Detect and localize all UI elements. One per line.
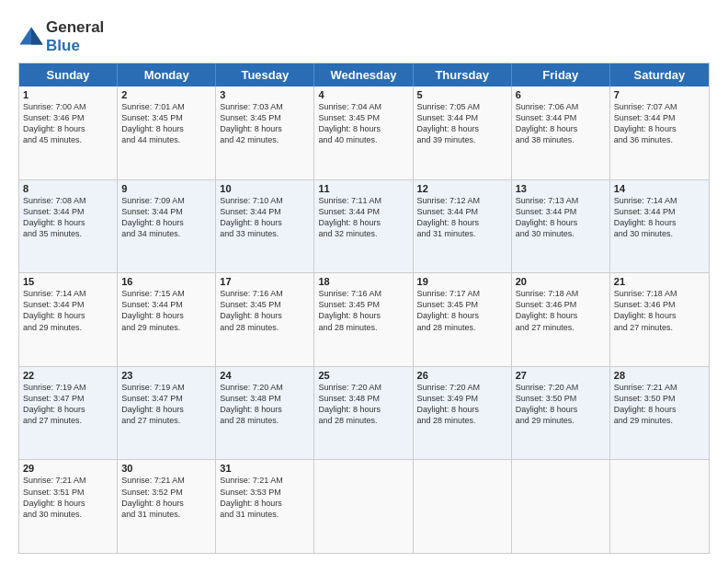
calendar-day-1: 1Sunrise: 7:00 AMSunset: 3:46 PMDaylight… — [19, 86, 118, 179]
day-number: 19 — [417, 276, 507, 287]
day-header-friday: Friday — [512, 63, 610, 86]
calendar-day-9: 9Sunrise: 7:09 AMSunset: 3:44 PMDaylight… — [118, 180, 216, 273]
day-info: Sunrise: 7:14 AMSunset: 3:44 PMDaylight:… — [23, 288, 113, 333]
calendar-week-1: 1Sunrise: 7:00 AMSunset: 3:46 PMDaylight… — [19, 86, 709, 179]
calendar-day-20: 20Sunrise: 7:18 AMSunset: 3:46 PMDayligh… — [512, 273, 610, 366]
day-number: 25 — [318, 370, 408, 381]
day-info: Sunrise: 7:00 AMSunset: 3:46 PMDaylight:… — [23, 101, 113, 146]
calendar-day-empty — [610, 460, 709, 553]
day-number: 11 — [318, 183, 408, 194]
day-info: Sunrise: 7:01 AMSunset: 3:45 PMDaylight:… — [121, 101, 211, 146]
calendar-day-22: 22Sunrise: 7:19 AMSunset: 3:47 PMDayligh… — [19, 367, 118, 460]
day-number: 27 — [516, 370, 606, 381]
day-info: Sunrise: 7:07 AMSunset: 3:44 PMDaylight:… — [614, 101, 705, 146]
day-info: Sunrise: 7:21 AMSunset: 3:51 PMDaylight:… — [23, 475, 113, 520]
day-info: Sunrise: 7:15 AMSunset: 3:44 PMDaylight:… — [121, 288, 211, 333]
calendar-day-30: 30Sunrise: 7:21 AMSunset: 3:52 PMDayligh… — [118, 460, 216, 553]
day-number: 13 — [516, 183, 606, 194]
day-info: Sunrise: 7:09 AMSunset: 3:44 PMDaylight:… — [121, 195, 211, 240]
calendar-week-3: 15Sunrise: 7:14 AMSunset: 3:44 PMDayligh… — [19, 272, 709, 366]
day-info: Sunrise: 7:17 AMSunset: 3:45 PMDaylight:… — [417, 288, 507, 333]
day-number: 23 — [121, 370, 211, 381]
calendar-day-31: 31Sunrise: 7:21 AMSunset: 3:53 PMDayligh… — [216, 460, 314, 553]
calendar-day-15: 15Sunrise: 7:14 AMSunset: 3:44 PMDayligh… — [19, 273, 118, 366]
calendar-day-27: 27Sunrise: 7:20 AMSunset: 3:50 PMDayligh… — [512, 367, 610, 460]
calendar-day-28: 28Sunrise: 7:21 AMSunset: 3:50 PMDayligh… — [610, 367, 709, 460]
day-number: 6 — [516, 89, 606, 100]
day-number: 21 — [614, 276, 705, 287]
day-info: Sunrise: 7:21 AMSunset: 3:52 PMDaylight:… — [121, 475, 211, 520]
day-number: 9 — [121, 183, 211, 194]
logo: General Blue — [18, 18, 104, 55]
day-info: Sunrise: 7:16 AMSunset: 3:45 PMDaylight:… — [318, 288, 408, 333]
day-info: Sunrise: 7:03 AMSunset: 3:45 PMDaylight:… — [220, 101, 310, 146]
day-number: 26 — [417, 370, 507, 381]
day-info: Sunrise: 7:04 AMSunset: 3:45 PMDaylight:… — [318, 101, 408, 146]
logo-icon — [18, 24, 44, 50]
day-info: Sunrise: 7:12 AMSunset: 3:44 PMDaylight:… — [417, 195, 507, 240]
calendar-day-29: 29Sunrise: 7:21 AMSunset: 3:51 PMDayligh… — [19, 460, 118, 553]
svg-marker-1 — [31, 28, 43, 45]
calendar-day-13: 13Sunrise: 7:13 AMSunset: 3:44 PMDayligh… — [512, 180, 610, 273]
calendar-day-23: 23Sunrise: 7:19 AMSunset: 3:47 PMDayligh… — [118, 367, 216, 460]
day-header-saturday: Saturday — [610, 63, 709, 86]
day-number: 15 — [23, 276, 113, 287]
calendar-day-8: 8Sunrise: 7:08 AMSunset: 3:44 PMDaylight… — [19, 180, 118, 273]
calendar-day-4: 4Sunrise: 7:04 AMSunset: 3:45 PMDaylight… — [314, 86, 413, 179]
calendar-header: SundayMondayTuesdayWednesdayThursdayFrid… — [19, 63, 709, 86]
day-header-sunday: Sunday — [19, 63, 118, 86]
day-number: 24 — [220, 370, 310, 381]
day-info: Sunrise: 7:19 AMSunset: 3:47 PMDaylight:… — [23, 382, 113, 427]
day-info: Sunrise: 7:06 AMSunset: 3:44 PMDaylight:… — [516, 101, 606, 146]
header: General Blue — [18, 15, 710, 55]
calendar-day-empty — [512, 460, 610, 553]
calendar-day-7: 7Sunrise: 7:07 AMSunset: 3:44 PMDaylight… — [610, 86, 709, 179]
day-info: Sunrise: 7:16 AMSunset: 3:45 PMDaylight:… — [220, 288, 310, 333]
calendar-body: 1Sunrise: 7:00 AMSunset: 3:46 PMDaylight… — [19, 86, 709, 553]
day-number: 2 — [121, 89, 211, 100]
day-number: 4 — [318, 89, 408, 100]
day-header-wednesday: Wednesday — [314, 63, 413, 86]
day-info: Sunrise: 7:08 AMSunset: 3:44 PMDaylight:… — [23, 195, 113, 240]
day-number: 22 — [23, 370, 113, 381]
day-header-monday: Monday — [118, 63, 216, 86]
day-info: Sunrise: 7:19 AMSunset: 3:47 PMDaylight:… — [121, 382, 211, 427]
day-number: 5 — [417, 89, 507, 100]
day-number: 30 — [121, 463, 211, 474]
day-info: Sunrise: 7:20 AMSunset: 3:48 PMDaylight:… — [220, 382, 310, 427]
calendar-day-25: 25Sunrise: 7:20 AMSunset: 3:48 PMDayligh… — [314, 367, 413, 460]
calendar-day-2: 2Sunrise: 7:01 AMSunset: 3:45 PMDaylight… — [118, 86, 216, 179]
day-info: Sunrise: 7:20 AMSunset: 3:48 PMDaylight:… — [318, 382, 408, 427]
calendar-day-empty — [414, 460, 512, 553]
calendar-week-5: 29Sunrise: 7:21 AMSunset: 3:51 PMDayligh… — [19, 459, 709, 553]
day-number: 3 — [220, 89, 310, 100]
day-number: 10 — [220, 183, 310, 194]
calendar-day-11: 11Sunrise: 7:11 AMSunset: 3:44 PMDayligh… — [314, 180, 413, 273]
calendar-day-5: 5Sunrise: 7:05 AMSunset: 3:44 PMDaylight… — [414, 86, 512, 179]
calendar-day-18: 18Sunrise: 7:16 AMSunset: 3:45 PMDayligh… — [314, 273, 413, 366]
day-info: Sunrise: 7:21 AMSunset: 3:53 PMDaylight:… — [220, 475, 310, 520]
day-info: Sunrise: 7:18 AMSunset: 3:46 PMDaylight:… — [614, 288, 705, 333]
day-number: 14 — [614, 183, 705, 194]
day-number: 7 — [614, 89, 705, 100]
day-info: Sunrise: 7:18 AMSunset: 3:46 PMDaylight:… — [516, 288, 606, 333]
day-info: Sunrise: 7:10 AMSunset: 3:44 PMDaylight:… — [220, 195, 310, 240]
day-number: 8 — [23, 183, 113, 194]
day-number: 18 — [318, 276, 408, 287]
calendar-day-6: 6Sunrise: 7:06 AMSunset: 3:44 PMDaylight… — [512, 86, 610, 179]
day-number: 12 — [417, 183, 507, 194]
calendar: SundayMondayTuesdayWednesdayThursdayFrid… — [18, 63, 710, 554]
calendar-day-14: 14Sunrise: 7:14 AMSunset: 3:44 PMDayligh… — [610, 180, 709, 273]
day-number: 29 — [23, 463, 113, 474]
day-number: 17 — [220, 276, 310, 287]
day-number: 16 — [121, 276, 211, 287]
day-info: Sunrise: 7:11 AMSunset: 3:44 PMDaylight:… — [318, 195, 408, 240]
day-number: 20 — [516, 276, 606, 287]
day-number: 28 — [614, 370, 705, 381]
calendar-day-26: 26Sunrise: 7:20 AMSunset: 3:49 PMDayligh… — [414, 367, 512, 460]
day-info: Sunrise: 7:20 AMSunset: 3:50 PMDaylight:… — [516, 382, 606, 427]
day-info: Sunrise: 7:21 AMSunset: 3:50 PMDaylight:… — [614, 382, 705, 427]
day-number: 31 — [220, 463, 310, 474]
day-info: Sunrise: 7:14 AMSunset: 3:44 PMDaylight:… — [614, 195, 705, 240]
calendar-day-10: 10Sunrise: 7:10 AMSunset: 3:44 PMDayligh… — [216, 180, 314, 273]
